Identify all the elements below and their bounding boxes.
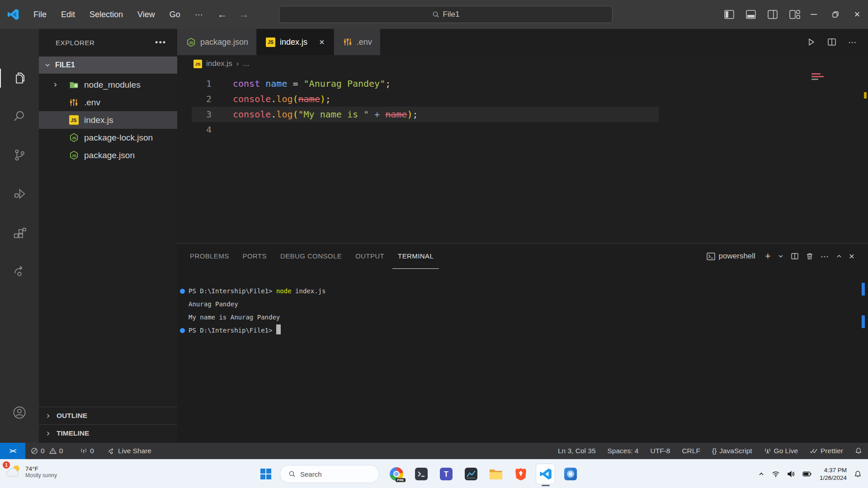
menu-more-icon[interactable]: ···: [188, 0, 210, 29]
line-number: 2: [177, 94, 212, 104]
explorer-item-.env[interactable]: .env: [39, 94, 177, 111]
eol-sequence[interactable]: CRLF: [676, 443, 706, 459]
sidebar-section-timeline[interactable]: TIMELINE: [39, 424, 177, 442]
explorer-item-node_modules[interactable]: node_modules: [39, 76, 177, 94]
minimize-button[interactable]: [803, 0, 825, 29]
kill-terminal-icon[interactable]: [806, 252, 814, 260]
explorer-item-index.js[interactable]: JSindex.js: [39, 111, 177, 129]
search-sidebar-icon[interactable]: [0, 103, 39, 129]
volume-icon[interactable]: [787, 470, 795, 478]
accounts-icon[interactable]: [0, 399, 39, 426]
workspace-root-folder[interactable]: FILE1: [39, 56, 177, 74]
explorer-item-package-lock.json[interactable]: JSpackage-lock.json: [39, 129, 177, 146]
terminal-output[interactable]: PS D:\Intership\File1> node index.jsAnur…: [177, 285, 868, 337]
wifi-icon[interactable]: [772, 470, 780, 478]
taskbar-app-edge-preview[interactable]: PRE: [384, 460, 409, 488]
svg-text:JS: JS: [71, 154, 76, 158]
weather-badge: 1: [3, 461, 10, 469]
js-file-icon: JS: [69, 115, 79, 125]
explorer-item-package.json[interactable]: JSpackage.json: [39, 146, 177, 164]
js-file-icon: JS: [193, 60, 202, 68]
env-file-icon: [343, 38, 352, 47]
remote-indicator[interactable]: ><: [0, 443, 25, 459]
battery-icon[interactable]: [802, 471, 811, 477]
code-editor[interactable]: 1const name = "Anurag Pandey";2console.l…: [177, 72, 868, 243]
go-live-button[interactable]: Go Live: [758, 443, 804, 459]
toggle-primary-sidebar-icon[interactable]: [724, 10, 734, 19]
menu-go[interactable]: Go: [162, 0, 188, 29]
split-terminal-icon[interactable]: [791, 252, 799, 260]
menu-file[interactable]: File: [26, 0, 54, 29]
maximize-panel-icon[interactable]: [836, 253, 842, 259]
extensions-icon[interactable]: [0, 221, 39, 247]
windows-start-button[interactable]: [260, 468, 272, 480]
problems-status[interactable]: 0 0: [25, 443, 68, 459]
ports-icon: [80, 447, 87, 455]
taskbar-app-terminal-app[interactable]: [409, 460, 434, 488]
panel-tabs: PROBLEMSPORTSDEBUG CONSOLEOUTPUTTERMINAL: [183, 244, 440, 269]
terminal-line: My name is Anurag Pandey: [177, 311, 868, 324]
command-decoration-dot: [180, 328, 185, 333]
panel-tab-terminal[interactable]: TERMINAL: [392, 244, 439, 269]
taskbar-app-vscode[interactable]: [533, 460, 558, 488]
menu-selection[interactable]: Selection: [82, 0, 130, 29]
restore-button[interactable]: [825, 0, 846, 29]
taskbar-app-teams[interactable]: T: [434, 460, 458, 488]
editor-tab-index.js[interactable]: JSindex.js×: [257, 29, 334, 55]
pre-badge: PRE: [396, 478, 405, 482]
encoding[interactable]: UTF-8: [644, 443, 676, 459]
explorer-more-actions-icon[interactable]: •••: [155, 38, 166, 47]
menu-edit[interactable]: Edit: [54, 0, 82, 29]
close-window-button[interactable]: ×: [846, 0, 868, 29]
taskbar-app-task-manager[interactable]: [458, 460, 483, 488]
taskbar-app-file-explorer[interactable]: [483, 460, 508, 488]
breadcrumb[interactable]: JS index.js › ...: [177, 55, 868, 72]
forward-arrow-icon[interactable]: →: [239, 9, 249, 20]
toggle-secondary-sidebar-icon[interactable]: [768, 10, 778, 19]
run-debug-icon[interactable]: [0, 181, 39, 207]
editor-more-actions-icon[interactable]: ⋯: [848, 37, 857, 47]
breadcrumb-symbol: ...: [243, 59, 249, 68]
ports-status[interactable]: 0: [75, 443, 99, 459]
source-control-icon[interactable]: [0, 142, 39, 168]
tray-chevron-up-icon[interactable]: [758, 471, 764, 477]
terminal-shell-item[interactable]: powershell: [707, 252, 755, 261]
language-mode[interactable]: {} JavaScript: [706, 443, 758, 459]
run-file-icon[interactable]: [807, 38, 816, 47]
sidebar-section-outline[interactable]: OUTLINE: [39, 407, 177, 424]
editor-tab-package.json[interactable]: JSpackage.json: [177, 29, 257, 55]
weather-temp: 74°F: [25, 465, 57, 472]
panel-tab-ports[interactable]: PORTS: [237, 244, 272, 269]
weather-widget[interactable]: 1 74°F Mostly sunny: [5, 463, 57, 480]
panel-tab-debug-console[interactable]: DEBUG CONSOLE: [275, 244, 347, 269]
notifications-bell-icon[interactable]: [849, 443, 868, 459]
panel-tab-problems[interactable]: PROBLEMS: [184, 244, 235, 269]
indentation[interactable]: Spaces: 4: [602, 443, 645, 459]
customize-layout-icon[interactable]: [789, 10, 800, 19]
menu-view[interactable]: View: [130, 0, 162, 29]
taskbar-app-photos[interactable]: [558, 460, 583, 488]
terminal-dropdown-icon[interactable]: [778, 253, 784, 259]
live-share-icon[interactable]: [0, 258, 39, 284]
panel-more-actions-icon[interactable]: ⋯: [821, 251, 829, 262]
command-center-search[interactable]: File1: [279, 6, 613, 23]
explorer-icon[interactable]: [0, 65, 39, 91]
live-share-status[interactable]: Live Share: [102, 443, 157, 459]
panel-tab-output[interactable]: OUTPUT: [350, 244, 390, 269]
prettier-status[interactable]: Prettier: [804, 443, 849, 459]
npm-file-icon: JS: [186, 38, 196, 47]
taskbar-app-brave[interactable]: [508, 460, 533, 488]
close-tab-icon[interactable]: ×: [318, 37, 326, 47]
close-panel-icon[interactable]: ×: [849, 251, 854, 262]
cursor-position[interactable]: Ln 3, Col 35: [552, 443, 602, 459]
taskbar-search[interactable]: Search: [280, 465, 379, 483]
new-terminal-icon[interactable]: +: [765, 250, 771, 262]
back-arrow-icon[interactable]: ←: [217, 9, 227, 20]
toggle-panel-icon[interactable]: [746, 10, 756, 19]
file-tree: node_modules.envJSindex.jsJSpackage-lock…: [39, 76, 177, 164]
split-editor-icon[interactable]: [827, 38, 836, 47]
notification-center-bell-icon[interactable]: [854, 470, 862, 478]
error-count: 0: [41, 447, 45, 455]
editor-tab-.env[interactable]: .env: [334, 29, 381, 55]
taskbar-clock[interactable]: 4:37 PM 1/26/2024: [820, 466, 847, 482]
